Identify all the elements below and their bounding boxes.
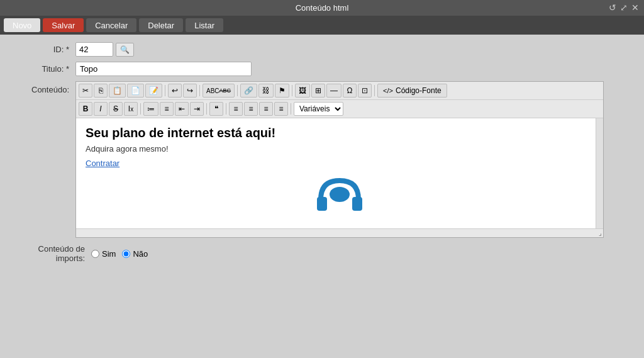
- link-button[interactable]: 🔗: [240, 84, 257, 98]
- window-controls: ↺ ⤢ ✕: [609, 3, 639, 13]
- separator-6: [140, 103, 141, 115]
- undo-button[interactable]: ↩: [168, 84, 182, 98]
- separator-8: [226, 103, 226, 115]
- align-center-button[interactable]: ≡: [244, 102, 258, 116]
- editor-container: ✂ ⎘ 📋 📄 📝 ↩ ↪ ABCABC 🔗 ⛓ ⚑ 🖼 ⊞ — Ω ⊡: [75, 81, 604, 238]
- imports-nao-option[interactable]: Não: [122, 249, 148, 259]
- id-label: ID: *: [13, 45, 75, 54]
- cancelar-button[interactable]: Cancelar: [86, 18, 136, 32]
- expand-icon[interactable]: ⤢: [620, 3, 628, 13]
- editor-paragraph: Adquira agora mesmo!: [86, 144, 594, 154]
- align-right-button[interactable]: ≡: [259, 102, 273, 116]
- titulo-label: Titulo: *: [13, 64, 75, 74]
- editor-toolbar-2: B I S Ix ≔ ≡ ⇤ ⇥ ❝ ≡ ≡ ≡ ≡ Variáveis: [76, 100, 603, 118]
- editor-scrollbar[interactable]: [596, 118, 603, 228]
- ordered-list-button[interactable]: ≔: [143, 102, 158, 116]
- redo-button[interactable]: ↪: [183, 84, 197, 98]
- window-title: Conteúdo html: [296, 3, 349, 13]
- unlink-button[interactable]: ⛓: [258, 84, 274, 98]
- editor-toolbar-1: ✂ ⎘ 📋 📄 📝 ↩ ↪ ABCABC 🔗 ⛓ ⚑ 🖼 ⊞ — Ω ⊡: [76, 82, 603, 100]
- image-button[interactable]: 🖼: [295, 84, 310, 98]
- italic-button[interactable]: I: [94, 102, 108, 116]
- imports-sim-option[interactable]: Sim: [91, 249, 116, 259]
- separator-3: [237, 85, 238, 96]
- editor-link[interactable]: Contratar: [86, 159, 594, 168]
- titulo-input[interactable]: [75, 62, 252, 76]
- id-input-wrapper: 🔍: [75, 42, 134, 57]
- editor-body-wrapper: Seu plano de internet está aqui! Adquira…: [76, 118, 603, 228]
- imports-row: Conteúdo de imports: Sim Não: [13, 244, 631, 263]
- paste-button[interactable]: 📋: [109, 84, 126, 98]
- id-input[interactable]: [75, 42, 113, 57]
- table-button[interactable]: ⊞: [311, 84, 325, 98]
- code-icon: </>: [383, 87, 393, 94]
- conteudo-label: Conteúdo:: [13, 81, 75, 94]
- paste-word-button[interactable]: 📝: [145, 84, 162, 98]
- iframe-button[interactable]: ⊡: [358, 84, 372, 98]
- deletar-button[interactable]: Deletar: [139, 18, 183, 32]
- main-content: ID: * 🔍 Titulo: * Conteúdo: ✂ ⎘ 📋 📄 📝 ↩ …: [0, 35, 644, 271]
- novo-button[interactable]: Novo: [4, 18, 40, 32]
- imports-nao-radio[interactable]: [122, 250, 130, 258]
- indent-button[interactable]: ⇥: [190, 102, 204, 116]
- outdent-button[interactable]: ⇤: [175, 102, 189, 116]
- id-row: ID: * 🔍: [13, 42, 631, 57]
- hr-button[interactable]: —: [326, 84, 341, 98]
- imports-nao-label: Não: [133, 249, 148, 259]
- editor-resize-handle[interactable]: ⌟: [76, 228, 603, 237]
- blockquote-button[interactable]: ❝: [209, 102, 223, 116]
- imports-sim-radio[interactable]: [91, 250, 99, 258]
- editor-heading: Seu plano de internet está aqui!: [86, 126, 594, 140]
- separator-5: [374, 85, 375, 96]
- separator-1: [165, 85, 165, 96]
- clear-format-button[interactable]: Ix: [124, 102, 138, 116]
- svg-rect-1: [352, 197, 362, 211]
- variables-select[interactable]: Variáveis: [294, 102, 343, 116]
- title-bar: Conteúdo html ↺ ⤢ ✕: [0, 0, 644, 16]
- imports-label: Conteúdo de imports:: [13, 244, 91, 263]
- svg-rect-0: [317, 197, 327, 211]
- separator-7: [206, 103, 207, 115]
- salvar-button[interactable]: Salvar: [43, 18, 84, 32]
- anchor-button[interactable]: ⚑: [275, 84, 289, 98]
- conteudo-row: Conteúdo: ✂ ⎘ 📋 📄 📝 ↩ ↪ ABCABC 🔗 ⛓ ⚑ �: [13, 81, 631, 238]
- top-toolbar: Novo Salvar Cancelar Deletar Listar: [0, 16, 644, 35]
- headphone-svg: [314, 174, 365, 218]
- strikethrough-button[interactable]: S: [109, 102, 123, 116]
- headphone-illustration: [86, 174, 594, 218]
- svg-point-2: [330, 187, 350, 202]
- unordered-list-button[interactable]: ≡: [160, 102, 174, 116]
- id-search-button[interactable]: 🔍: [116, 43, 134, 57]
- paste-text-button[interactable]: 📄: [127, 84, 144, 98]
- close-icon[interactable]: ✕: [631, 3, 639, 13]
- align-justify-button[interactable]: ≡: [274, 102, 288, 116]
- imports-sim-label: Sim: [102, 249, 116, 259]
- source-label: Código-Fonte: [396, 86, 441, 95]
- special-char-button[interactable]: Ω: [343, 84, 357, 98]
- source-button[interactable]: </> Código-Fonte: [377, 84, 447, 98]
- separator-2: [199, 85, 200, 96]
- listar-button[interactable]: Listar: [186, 18, 223, 32]
- separator-9: [291, 103, 291, 115]
- titulo-row: Titulo: *: [13, 62, 631, 76]
- cut-button[interactable]: ✂: [79, 84, 92, 98]
- editor-body[interactable]: Seu plano de internet está aqui! Adquira…: [76, 118, 603, 228]
- separator-4: [292, 85, 292, 96]
- align-left-button[interactable]: ≡: [229, 102, 243, 116]
- copy-button[interactable]: ⎘: [94, 84, 108, 98]
- bold-button[interactable]: B: [79, 102, 92, 116]
- imports-radio-group: Sim Não: [91, 249, 148, 259]
- refresh-icon[interactable]: ↺: [609, 3, 616, 13]
- find-replace-button[interactable]: ABCABC: [203, 84, 235, 98]
